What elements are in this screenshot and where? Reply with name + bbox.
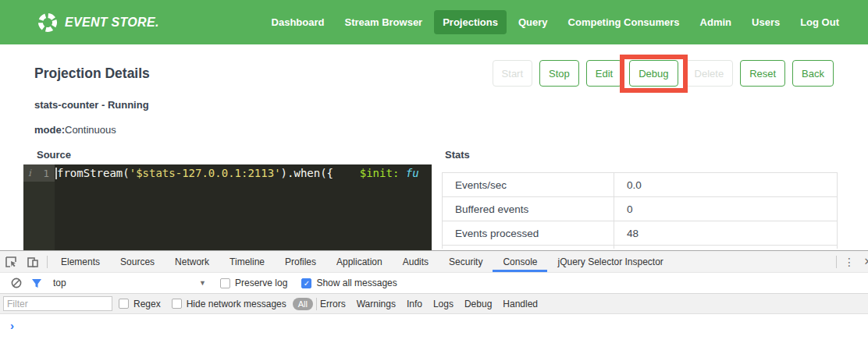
mode-value: Continuous	[65, 124, 116, 136]
toolbar-separator	[47, 256, 48, 268]
table-row: Events processed 48	[443, 221, 837, 246]
filter-input[interactable]	[3, 296, 112, 311]
level-filter-warnings[interactable]: Warnings	[357, 299, 396, 309]
clear-console-icon[interactable]	[6, 278, 27, 288]
level-filter-all[interactable]: All	[293, 298, 313, 310]
event-store-ring-icon	[37, 12, 58, 33]
console-filter-bar: Regex Hide network messages All Errors W…	[0, 294, 868, 314]
inspect-element-icon[interactable]	[0, 251, 22, 272]
stat-value: 0	[614, 197, 837, 221]
preserve-log-label[interactable]: Preserve log	[235, 278, 287, 288]
event-store-logo[interactable]: EVENT STORE.	[37, 12, 159, 33]
code-token	[399, 167, 405, 179]
mode-label: mode:	[34, 124, 65, 136]
console-toolbar: top ▼ Preserve log Show all messages	[0, 273, 868, 294]
hide-network-messages-checkbox[interactable]	[172, 299, 182, 309]
tab-security[interactable]: Security	[439, 251, 493, 272]
nav-dashboard[interactable]: Dashboard	[263, 10, 333, 34]
projection-mode: mode:Continuous	[34, 124, 116, 136]
debug-button[interactable]: Debug	[629, 60, 678, 87]
device-toolbar-icon[interactable]	[22, 251, 44, 272]
tab-jquery-selector-inspector[interactable]: jQuery Selector Inspector	[547, 251, 673, 272]
back-button[interactable]: Back	[792, 60, 834, 87]
preserve-log-checkbox[interactable]	[220, 278, 230, 288]
main-nav: Dashboard Stream Browser Projections Que…	[263, 10, 868, 34]
nav-competing-consumers[interactable]: Competing Consumers	[560, 10, 688, 34]
tab-console[interactable]: Console	[493, 251, 547, 272]
reset-button[interactable]: Reset	[740, 60, 785, 87]
code-token-string: '$stats-127.0.0.1:2113'	[130, 167, 281, 179]
table-row: Events/sec 0.0	[443, 173, 837, 197]
line-number: 1	[43, 168, 49, 179]
frame-context-selector[interactable]: top ▼	[53, 278, 206, 288]
regex-checkbox[interactable]	[119, 299, 129, 309]
nav-users[interactable]: Users	[743, 10, 788, 34]
filter-icon[interactable]	[27, 278, 47, 288]
nav-admin[interactable]: Admin	[692, 10, 740, 34]
devtools-window-controls: ⋮ ✕	[833, 251, 868, 272]
debug-button-wrapper: Debug	[629, 60, 678, 87]
level-filter-errors[interactable]: Errors	[320, 299, 346, 309]
info-annotation-icon: i	[28, 168, 31, 179]
frame-context-value: top	[53, 278, 66, 288]
table-row-clipped	[443, 246, 837, 249]
level-filter-debug[interactable]: Debug	[464, 299, 492, 309]
stats-section-label: Stats	[445, 149, 470, 161]
projection-status: stats-counter - Running	[34, 99, 149, 111]
start-button[interactable]: Start	[493, 60, 532, 87]
tab-timeline[interactable]: Timeline	[219, 251, 275, 272]
stat-value: 48	[614, 221, 837, 245]
gutter-line-1: i 1	[23, 164, 55, 182]
more-options-icon[interactable]: ⋮	[840, 251, 859, 272]
chevron-down-icon: ▼	[199, 279, 206, 287]
stat-value: 0.0	[614, 173, 837, 196]
edit-button[interactable]: Edit	[586, 60, 622, 87]
tab-sources[interactable]: Sources	[110, 251, 165, 272]
toolbar-separator	[316, 298, 317, 310]
tab-elements[interactable]: Elements	[51, 251, 110, 272]
code-token: fromStream(	[57, 167, 130, 179]
level-filter-handled[interactable]: Handled	[503, 299, 538, 309]
tab-application[interactable]: Application	[326, 251, 393, 272]
code-token: ).when({	[281, 167, 360, 179]
close-devtools-icon[interactable]: ✕	[859, 251, 868, 272]
level-filter-info[interactable]: Info	[407, 299, 422, 309]
show-all-messages-label[interactable]: Show all messages	[316, 278, 397, 288]
stop-button[interactable]: Stop	[539, 60, 579, 87]
logo-text: EVENT STORE.	[65, 16, 159, 30]
stat-name: Events/sec	[443, 179, 614, 191]
tab-network[interactable]: Network	[165, 251, 219, 272]
tab-audits[interactable]: Audits	[393, 251, 439, 272]
table-row: Buffered events 0	[443, 197, 837, 221]
console-input-area[interactable]: ›	[0, 314, 868, 342]
nav-projections[interactable]: Projections	[434, 10, 507, 34]
code-line-1[interactable]: fromStream('$stats-127.0.0.1:2113').when…	[55, 164, 419, 182]
code-token-keyword: $init:	[360, 167, 400, 179]
stats-table: Events/sec 0.0 Buffered events 0 Events …	[442, 172, 838, 249]
devtools-tab-bar: Elements Sources Network Timeline Profil…	[0, 251, 868, 273]
source-code-editor[interactable]: i 1 fromStream('$stats-127.0.0.1:2113').…	[23, 164, 432, 250]
projection-action-buttons: Start Stop Edit Debug Delete Reset Back	[493, 60, 834, 87]
source-section-label: Source	[37, 149, 71, 161]
level-filter-logs[interactable]: Logs	[433, 299, 454, 309]
console-prompt-icon: ›	[10, 320, 14, 331]
nav-stream-browser[interactable]: Stream Browser	[336, 10, 431, 34]
nav-query[interactable]: Query	[510, 10, 557, 34]
code-token-type: fu	[406, 167, 419, 179]
show-all-messages-checkbox[interactable]	[301, 278, 311, 288]
nav-logout[interactable]: Log Out	[792, 10, 848, 34]
top-nav-bar: EVENT STORE. Dashboard Stream Browser Pr…	[0, 0, 868, 44]
delete-button[interactable]: Delete	[685, 60, 734, 87]
page: EVENT STORE. Dashboard Stream Browser Pr…	[0, 0, 868, 343]
devtools-panel: Elements Sources Network Timeline Profil…	[0, 250, 868, 343]
stat-name: Buffered events	[443, 203, 614, 215]
regex-label[interactable]: Regex	[133, 299, 161, 309]
tab-profiles[interactable]: Profiles	[275, 251, 326, 272]
stat-name: Events processed	[443, 228, 614, 239]
page-title: Projection Details	[34, 65, 150, 82]
editor-gutter: i 1	[23, 164, 55, 250]
hide-network-messages-label[interactable]: Hide network messages	[187, 299, 286, 309]
toolbar-separator	[836, 256, 837, 268]
